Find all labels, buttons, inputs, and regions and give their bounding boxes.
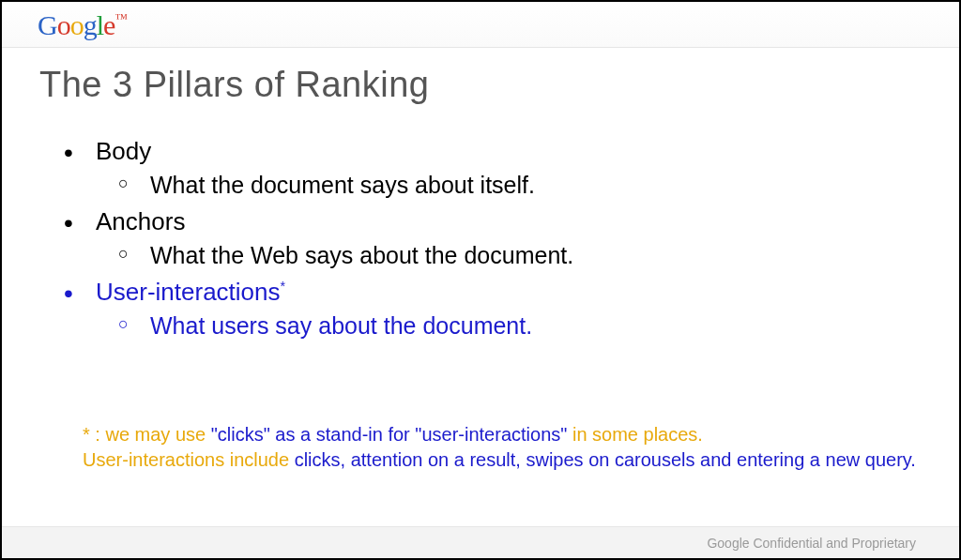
- slide-content: The 3 Pillars of Ranking Body What the d…: [2, 48, 959, 342]
- pillar-item-body: Body What the document says about itself…: [96, 135, 922, 202]
- pillar-name: Anchors: [96, 207, 185, 235]
- logo-letter-o2: o: [70, 9, 84, 40]
- slide-header: Google™: [2, 2, 959, 48]
- logo-letter-l: l: [97, 9, 103, 40]
- pillar-item-anchors: Anchors What the Web says about the docu…: [96, 205, 922, 272]
- pillar-desc: What the document says about itself.: [150, 170, 922, 202]
- footnote-segment: User-interactions include: [83, 449, 289, 470]
- footnote-segment: * : we may use: [83, 424, 211, 445]
- footnote-segment: in some places.: [567, 424, 703, 445]
- slide-title: The 3 Pillars of Ranking: [39, 65, 922, 105]
- logo-letter-o1: o: [57, 9, 70, 40]
- pillar-sublist: What the document says about itself.: [96, 170, 922, 202]
- logo-tm: ™: [114, 11, 127, 25]
- pillar-list: Body What the document says about itself…: [39, 135, 922, 342]
- logo-letter-e: e: [103, 9, 114, 40]
- pillar-name: Body: [96, 137, 151, 165]
- pillar-sublist: What users say about the document.: [96, 310, 922, 342]
- slide-frame: Google™ The 3 Pillars of Ranking Body Wh…: [0, 0, 961, 560]
- slide-footnote: * : we may use "clicks" as a stand-in fo…: [83, 422, 922, 473]
- footnote-segment: "clicks" as a stand-in for "user-interac…: [211, 424, 568, 445]
- footnote-segment: clicks, attention on a result, swipes on…: [289, 449, 916, 470]
- pillar-desc: What users say about the document.: [150, 310, 922, 342]
- slide-footer-bar: Google Confidential and Proprietary: [2, 526, 959, 558]
- google-logo: Google™: [38, 9, 127, 40]
- footer-text: Google Confidential and Proprietary: [707, 536, 916, 551]
- pillar-sublist: What the Web says about the document.: [96, 240, 922, 272]
- pillar-desc: What the Web says about the document.: [150, 240, 922, 272]
- logo-letter-g1: G: [38, 9, 57, 40]
- pillar-name: User-interactions: [96, 278, 281, 306]
- pillar-item-user-interactions: User-interactions* What users say about …: [96, 276, 922, 342]
- logo-letter-g2: g: [84, 9, 97, 40]
- pillar-superscript: *: [281, 279, 286, 294]
